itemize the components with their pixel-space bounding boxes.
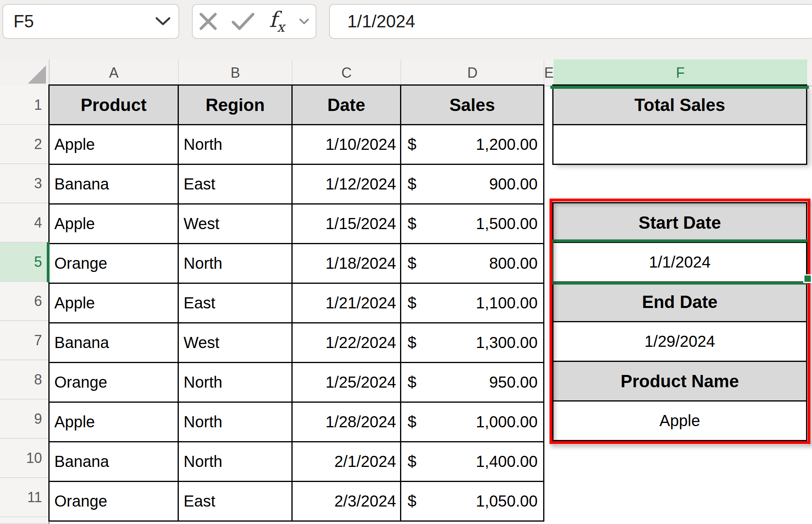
cell-A1-product-header[interactable]: Product [50, 86, 179, 125]
cell-A4[interactable]: Apple [50, 205, 179, 244]
cell-C2[interactable]: 1/10/2024 [293, 125, 401, 165]
cancel-icon[interactable] [199, 12, 217, 31]
highlight-rectangle [550, 199, 810, 444]
sales-amount: 900.00 [489, 175, 538, 193]
row-header-3[interactable]: 3 [0, 164, 48, 203]
sales-amount: 800.00 [489, 254, 538, 272]
cell-A10[interactable]: Banana [50, 442, 179, 482]
cell-B1-region-header[interactable]: Region [179, 86, 293, 125]
cell-B9[interactable]: North [179, 403, 293, 442]
formula-bar-value: 1/1/2024 [330, 11, 415, 31]
cell-D4[interactable]: $1,500.00 [401, 205, 544, 244]
cell-A5[interactable]: Orange [50, 244, 179, 284]
currency-symbol: $ [408, 136, 416, 153]
cell-C1-date-header[interactable]: Date [293, 86, 401, 125]
sales-amount: 1,400.00 [476, 453, 538, 470]
cell-B11[interactable]: East [179, 482, 293, 522]
sales-amount: 1,200.00 [476, 136, 538, 153]
cell-C6[interactable]: 1/21/2024 [293, 284, 401, 323]
formula-buttons: fx [192, 4, 316, 39]
currency-symbol: $ [408, 453, 416, 470]
cell-A3[interactable]: Banana [50, 165, 179, 205]
cell-B2[interactable]: North [179, 125, 293, 165]
insert-function-icon[interactable]: fx [269, 9, 284, 34]
name-box-value: F5 [3, 11, 155, 31]
cell-C5[interactable]: 1/18/2024 [293, 244, 401, 284]
cell-C3[interactable]: 1/12/2024 [293, 165, 401, 205]
sales-amount: 1,000.00 [476, 413, 538, 431]
cell-F1-total-sales-header[interactable]: Total Sales [553, 86, 807, 125]
cell-D11[interactable]: $1,050.00 [401, 482, 544, 522]
row-header-6[interactable]: 6 [0, 282, 48, 321]
cell-C11[interactable]: 2/3/2024 [293, 482, 401, 522]
cell-C7[interactable]: 1/22/2024 [293, 323, 401, 363]
currency-symbol: $ [408, 334, 416, 352]
row-header-8[interactable]: 8 [0, 360, 48, 400]
row-header-strip: 1 2 3 4 5 6 7 8 9 10 11 [0, 86, 50, 524]
column-header-filler [807, 59, 812, 86]
currency-symbol: $ [408, 175, 416, 193]
cell-A9[interactable]: Apple [50, 403, 179, 442]
cell-B3[interactable]: East [179, 165, 293, 205]
sales-data-table: Product Region Date Sales Apple North 1/… [48, 84, 544, 522]
currency-symbol: $ [408, 413, 416, 431]
select-all-triangle-icon [28, 65, 46, 84]
cell-D5[interactable]: $800.00 [401, 244, 544, 284]
cell-C10[interactable]: 2/1/2024 [293, 442, 401, 482]
formula-bar[interactable]: 1/1/2024 [329, 4, 812, 39]
cell-B8[interactable]: North [179, 363, 293, 403]
column-header-c[interactable]: C [293, 59, 401, 86]
cell-D2[interactable]: $1,200.00 [401, 125, 544, 165]
cell-C9[interactable]: 1/28/2024 [293, 403, 401, 442]
cell-A2[interactable]: Apple [50, 125, 179, 165]
column-header-b[interactable]: B [179, 59, 293, 86]
cell-A7[interactable]: Banana [50, 323, 179, 363]
column-header-strip: A B C D E F [0, 59, 812, 86]
currency-symbol: $ [408, 254, 416, 272]
cell-B7[interactable]: West [179, 323, 293, 363]
cell-B4[interactable]: West [179, 205, 293, 244]
row-header-7[interactable]: 7 [0, 321, 48, 360]
cell-B6[interactable]: East [179, 284, 293, 323]
selected-column-underline [550, 86, 809, 89]
column-header-e[interactable]: E [544, 59, 553, 86]
currency-symbol: $ [408, 492, 416, 510]
cell-A11[interactable]: Orange [50, 482, 179, 522]
total-sales-block: Total Sales [552, 84, 807, 165]
enter-icon[interactable] [232, 13, 255, 30]
cell-B10[interactable]: North [179, 442, 293, 482]
row-header-1[interactable]: 1 [0, 86, 48, 125]
column-header-d[interactable]: D [401, 59, 544, 86]
sales-amount: 1,050.00 [476, 492, 538, 510]
cell-D10[interactable]: $1,400.00 [401, 442, 544, 482]
name-box[interactable]: F5 [2, 4, 179, 39]
cell-D8[interactable]: $950.00 [401, 363, 544, 403]
cell-A8[interactable]: Orange [50, 363, 179, 403]
name-box-dropdown-icon[interactable] [155, 17, 170, 26]
cell-D3[interactable]: $900.00 [401, 165, 544, 205]
row-header-9[interactable]: 9 [0, 400, 48, 439]
cell-F2-total-sales-value[interactable] [553, 125, 807, 165]
cell-D9[interactable]: $1,000.00 [401, 403, 544, 442]
cell-D1-sales-header[interactable]: Sales [401, 86, 544, 125]
column-header-f-selected[interactable]: F [553, 59, 807, 86]
selected-row-indicator [47, 242, 50, 282]
currency-symbol: $ [408, 294, 416, 312]
row-header-4[interactable]: 4 [0, 203, 48, 243]
cell-D7[interactable]: $1,300.00 [401, 323, 544, 363]
cell-B5[interactable]: North [179, 244, 293, 284]
row-header-2[interactable]: 2 [0, 125, 48, 164]
select-all-corner[interactable] [0, 59, 50, 86]
column-header-a[interactable]: A [50, 59, 179, 86]
cell-D6[interactable]: $1,100.00 [401, 284, 544, 323]
row-header-5-selected[interactable]: 5 [0, 243, 48, 282]
fill-handle[interactable] [803, 274, 812, 283]
row-header-11[interactable]: 11 [0, 478, 48, 517]
cell-A6[interactable]: Apple [50, 284, 179, 323]
row-header-10[interactable]: 10 [0, 439, 48, 478]
currency-symbol: $ [408, 215, 416, 233]
cell-C8[interactable]: 1/25/2024 [293, 363, 401, 403]
fx-dropdown-icon[interactable] [299, 18, 309, 25]
currency-symbol: $ [408, 373, 416, 391]
cell-C4[interactable]: 1/15/2024 [293, 205, 401, 244]
